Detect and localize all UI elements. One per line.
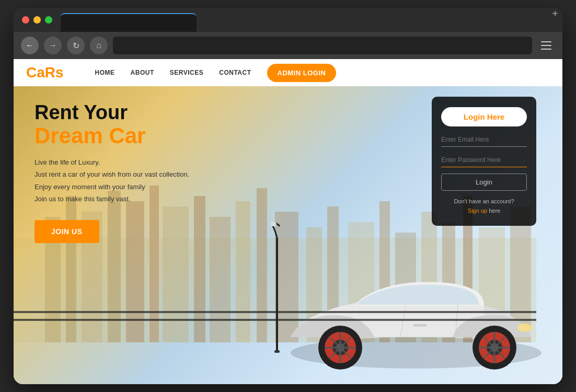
hero-title-line2: Dream Car: [34, 124, 189, 148]
login-card: Login Here Login Don't have an account? …: [432, 97, 536, 226]
url-bar[interactable]: [113, 37, 532, 54]
street-lamp: [269, 217, 285, 353]
back-icon: ←: [26, 41, 34, 50]
hero-title-line1: Rent Your: [34, 102, 189, 124]
site-header: CaRs HOME ABOUT SERVICES CONTACT ADMIN L…: [14, 59, 562, 86]
traffic-lights: [14, 8, 61, 32]
home-button[interactable]: ⌂: [90, 37, 108, 54]
home-icon: ⌂: [96, 41, 101, 50]
tab-bar: +: [14, 8, 562, 32]
login-button[interactable]: Login: [441, 174, 527, 191]
hero-content: Rent Your Dream Car Live the life of Lux…: [34, 102, 189, 243]
new-tab-button[interactable]: +: [548, 8, 562, 30]
svg-point-24: [270, 222, 277, 226]
nav-home[interactable]: HOME: [95, 69, 115, 76]
close-button[interactable]: [22, 16, 29, 24]
back-button[interactable]: ←: [21, 37, 39, 54]
svg-rect-25: [274, 350, 280, 353]
menu-line: [541, 45, 551, 46]
hero-description: Live the life of Luxury. Just rent a car…: [34, 156, 189, 205]
site-logo: CaRs: [26, 64, 64, 81]
forward-button[interactable]: →: [44, 37, 62, 54]
hero-desc-4: Join us to make this family vast.: [34, 193, 189, 205]
signup-suffix: here: [487, 207, 500, 214]
active-tab[interactable]: [61, 13, 197, 32]
hero-section: /* no inline script in SVG */: [14, 86, 562, 384]
svg-rect-23: [276, 238, 278, 353]
login-title[interactable]: Login Here: [441, 107, 527, 126]
no-account-label: Don't have an account?: [454, 198, 514, 204]
hero-desc-2: Just rent a car of your wish from our va…: [34, 168, 189, 180]
nav-bar: ← → ↻ ⌂: [14, 32, 562, 59]
email-input[interactable]: [441, 133, 527, 147]
tab-list: [61, 8, 548, 32]
signup-link[interactable]: Sign up: [468, 207, 487, 214]
menu-line: [541, 41, 551, 42]
fullscreen-button[interactable]: [45, 16, 52, 24]
menu-button[interactable]: [537, 37, 555, 54]
reload-button[interactable]: ↻: [67, 37, 85, 54]
signup-text: Don't have an account? Sign up here: [441, 197, 527, 215]
minimize-button[interactable]: [33, 16, 41, 24]
menu-line: [541, 49, 551, 50]
website-content: CaRs HOME ABOUT SERVICES CONTACT ADMIN L…: [14, 59, 562, 384]
forward-icon: →: [49, 41, 57, 50]
nav-services[interactable]: SERVICES: [170, 69, 203, 76]
nav-contact[interactable]: CONTACT: [219, 69, 251, 76]
join-us-button[interactable]: JOIN US: [34, 220, 99, 243]
site-nav: HOME ABOUT SERVICES CONTACT ADMIN LOGIN: [95, 64, 550, 82]
nav-about[interactable]: ABOUT: [131, 69, 154, 76]
hero-desc-1: Live the life of Luxury.: [34, 156, 189, 168]
reload-icon: ↻: [73, 41, 79, 51]
admin-login-button[interactable]: ADMIN LOGIN: [267, 64, 337, 82]
hero-desc-3: Enjoy every moment with your family: [34, 181, 189, 193]
password-input[interactable]: [441, 153, 527, 167]
